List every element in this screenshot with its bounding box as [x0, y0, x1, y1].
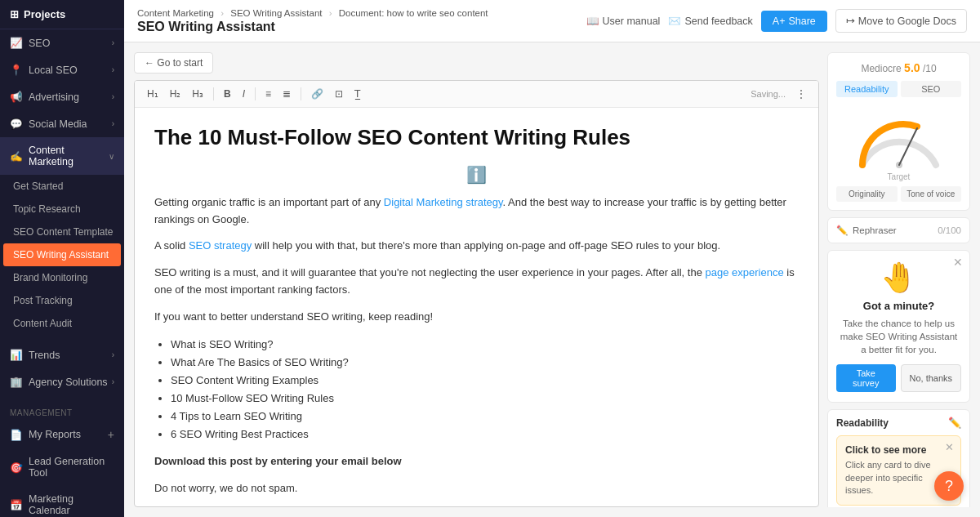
promo-buttons: Take survey No, thanks: [836, 364, 961, 392]
agency-icon: 🏢: [10, 376, 23, 388]
take-survey-button[interactable]: Take survey: [836, 364, 896, 392]
paragraph-1: Getting organic traffic is an important …: [154, 194, 799, 229]
management-label: MANAGEMENT: [0, 402, 124, 421]
link-button[interactable]: 🔗: [307, 86, 327, 102]
ul-button[interactable]: ≡: [261, 86, 275, 102]
chevron-icon: ›: [112, 38, 114, 47]
social-media-icon: 💬: [10, 118, 23, 130]
list-item: 10 Must-Follow SEO Writing Rules: [171, 390, 799, 408]
article-title: The 10 Must-Follow SEO Content Writing R…: [154, 124, 799, 152]
go-to-start-button[interactable]: ← Go to start: [134, 52, 213, 74]
editor[interactable]: H₁ H₂ H₃ B I ≡ ≣ 🔗 ⊡ T̲ Saving... ⋮: [134, 80, 819, 507]
image-button[interactable]: ⊡: [331, 86, 347, 102]
advertising-icon: 📢: [10, 91, 23, 103]
click-card-close[interactable]: ✕: [945, 441, 954, 453]
help-float-button[interactable]: ?: [934, 471, 964, 501]
editor-content-area[interactable]: The 10 Must-Follow SEO Content Writing R…: [135, 108, 818, 506]
google-docs-icon: ↦: [846, 15, 855, 27]
sidebar-item-content-marketing[interactable]: ✍️ Content Marketing ∨: [0, 137, 124, 175]
paragraph-4: If you want to better understand SEO wri…: [154, 309, 799, 326]
rephraser-card[interactable]: ✏️ Rephraser 0/100: [827, 217, 970, 243]
page-experience-link[interactable]: page experience: [706, 266, 784, 279]
sidebar-item-post-tracking[interactable]: Post Tracking: [0, 289, 124, 312]
sidebar-item-my-reports[interactable]: 📄 My Reports +: [0, 421, 124, 448]
list-item: SEO Content Writing Examples: [171, 372, 799, 390]
content-marketing-icon: ✍️: [10, 150, 23, 163]
sidebar-item-seo-writing-assistant[interactable]: SEO Writing Assistant: [3, 243, 121, 266]
topbar: Content Marketing › SEO Writing Assistan…: [124, 0, 980, 42]
promo-icon: 🤚: [836, 261, 961, 295]
italic-button[interactable]: I: [238, 86, 249, 102]
sidebar-item-get-started[interactable]: Get Started: [0, 175, 124, 198]
tab-seo[interactable]: SEO: [901, 81, 962, 97]
share-icon: A+: [773, 16, 786, 27]
right-panel: Mediocre 5.0 /10 Readability SEO: [827, 52, 970, 507]
info-icon: ℹ️: [154, 165, 799, 185]
paragraph-3: SEO writing is a must, and it will guara…: [154, 265, 799, 299]
sidebar-item-topic-research[interactable]: Topic Research: [0, 198, 124, 221]
gauge-svg: [850, 104, 948, 169]
bullet-list: What is SEO Writing? What Are The Basics…: [171, 336, 799, 444]
sidebar-item-social-media[interactable]: 💬 Social Media ›: [0, 110, 124, 137]
rephraser-count: 0/100: [938, 225, 961, 235]
score-header: Mediocre 5.0 /10: [836, 61, 961, 74]
send-feedback-button[interactable]: ✉️ Send feedback: [668, 15, 752, 27]
share-button[interactable]: A+ Share: [761, 11, 827, 32]
breadcrumb: Content Marketing › SEO Writing Assistan…: [137, 8, 488, 18]
download-text: Download this post by entering your emai…: [154, 453, 799, 470]
tab-readability[interactable]: Readability: [836, 81, 898, 97]
sidebar-projects-header[interactable]: ⊞ Projects: [0, 0, 124, 29]
promo-card: ✕ 🤚 Got a minute? Take the chance to hel…: [827, 250, 970, 403]
promo-text: Take the chance to help us make SEO Writ…: [836, 317, 961, 356]
sidebar-item-marketing-calendar[interactable]: 📅 Marketing Calendar: [0, 486, 124, 517]
readability-header: Readability ✏️: [836, 417, 961, 429]
h2-button[interactable]: H₂: [166, 86, 185, 102]
ol-button[interactable]: ≣: [278, 86, 295, 102]
seo-icon: 📈: [10, 37, 23, 49]
page-title: SEO Writing Assistant: [137, 20, 488, 34]
sidebar-item-content-audit[interactable]: Content Audit: [0, 312, 124, 335]
promo-close-button[interactable]: ✕: [953, 256, 963, 269]
gauge-container: [836, 104, 961, 169]
topbar-right: 📖 User manual ✉️ Send feedback A+ Share …: [586, 9, 967, 33]
score-value: 5.0: [904, 61, 920, 74]
digital-marketing-link[interactable]: Digital Marketing strategy: [384, 196, 503, 208]
h1-button[interactable]: H₁: [143, 86, 163, 102]
chevron-icon: ›: [112, 92, 114, 101]
content-area: ← Go to start H₁ H₂ H₃ B I ≡ ≣ 🔗 ⊡: [124, 42, 980, 517]
score-label: Mediocre: [861, 63, 901, 74]
sidebar-item-seo[interactable]: 📈 SEO ›: [0, 29, 124, 56]
score-total: /10: [923, 63, 937, 74]
sidebar-item-brand-monitoring[interactable]: Brand Monitoring: [0, 266, 124, 289]
tab-originality[interactable]: Originality: [836, 186, 898, 202]
chevron-down-icon: ∨: [109, 152, 114, 161]
local-seo-icon: 📍: [10, 64, 23, 76]
sidebar-item-local-seo[interactable]: 📍 Local SEO ›: [0, 56, 124, 83]
score-card: Mediocre 5.0 /10 Readability SEO: [827, 52, 970, 211]
google-docs-button[interactable]: ↦ Move to Google Docs: [835, 9, 967, 33]
bold-button[interactable]: B: [220, 86, 235, 102]
readability-title: Readability: [836, 417, 889, 429]
editor-wrapper: ← Go to start H₁ H₂ H₃ B I ≡ ≣ 🔗 ⊡: [134, 52, 819, 507]
user-manual-button[interactable]: 📖 User manual: [586, 15, 661, 27]
tab-tone-of-voice[interactable]: Tone of voice: [901, 186, 962, 202]
list-item: What Are The Basics of SEO Writing?: [171, 354, 799, 372]
chevron-icon: ›: [112, 119, 114, 128]
edit-icon[interactable]: ✏️: [948, 417, 961, 429]
clear-format-button[interactable]: T̲: [350, 86, 364, 102]
more-options-button[interactable]: ⋮: [792, 86, 810, 102]
sidebar-item-trends[interactable]: 📊 Trends ›: [0, 341, 124, 368]
seo-strategy-link[interactable]: SEO strategy: [189, 239, 252, 252]
sidebar-item-lead-generation[interactable]: 🎯 Lead Generation Tool: [0, 448, 124, 486]
projects-label: Projects: [24, 8, 65, 20]
sidebar-item-agency-solutions[interactable]: 🏢 Agency Solutions ›: [0, 368, 124, 395]
chat-icon: ?: [945, 478, 953, 495]
sidebar-item-seo-content-template[interactable]: SEO Content Template: [0, 221, 124, 243]
reports-icon: 📄: [10, 429, 23, 441]
main-content: Content Marketing › SEO Writing Assistan…: [124, 0, 980, 517]
paragraph-2: A solid SEO strategy will help you with …: [154, 238, 799, 255]
sidebar-item-advertising[interactable]: 📢 Advertising ›: [0, 83, 124, 110]
no-thanks-button[interactable]: No, thanks: [901, 364, 962, 392]
h3-button[interactable]: H₃: [188, 86, 207, 102]
grid-icon: ⊞: [10, 8, 19, 20]
